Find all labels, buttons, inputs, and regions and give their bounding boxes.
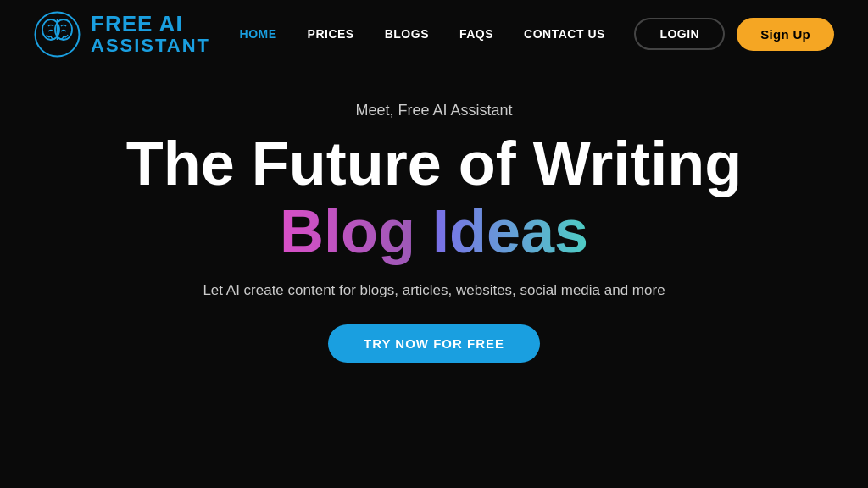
logo: FREE AI ASSISTANT xyxy=(34,11,210,58)
signup-button[interactable]: Sign Up xyxy=(737,18,834,51)
hero-word-blog: Blog xyxy=(280,197,415,265)
nav-item-prices[interactable]: PRICES xyxy=(308,26,354,42)
hero-subtitle: Meet, Free AI Assistant xyxy=(355,102,512,119)
logo-text: FREE AI ASSISTANT xyxy=(91,12,210,57)
nav-buttons: LOGIN Sign Up xyxy=(634,18,834,51)
nav-item-faqs[interactable]: FAQS xyxy=(459,26,493,42)
hero-section: Meet, Free AI Assistant The Future of Wr… xyxy=(0,68,868,388)
nav-link-faqs[interactable]: FAQS xyxy=(459,27,493,41)
hero-title-line2: Blog Ideas xyxy=(280,201,588,262)
navbar: FREE AI ASSISTANT HOME PRICES BLOGS FAQS… xyxy=(0,0,868,68)
hero-word-ideas: Ideas xyxy=(432,197,588,265)
hero-title-line1: The Future of Writing xyxy=(126,133,743,194)
nav-link-blogs[interactable]: BLOGS xyxy=(385,27,429,41)
nav-item-home[interactable]: HOME xyxy=(240,26,277,42)
nav-link-prices[interactable]: PRICES xyxy=(308,27,354,41)
brain-icon xyxy=(34,11,81,58)
nav-link-home[interactable]: HOME xyxy=(240,27,277,41)
nav-item-blogs[interactable]: BLOGS xyxy=(385,26,429,42)
hero-description: Let AI create content for blogs, article… xyxy=(203,282,665,299)
nav-item-contact[interactable]: CONTACT US xyxy=(524,26,605,42)
nav-link-contact[interactable]: CONTACT US xyxy=(524,27,605,41)
logo-line1: FREE AI xyxy=(91,19,183,34)
login-button[interactable]: LOGIN xyxy=(634,18,725,50)
nav-links: HOME PRICES BLOGS FAQS CONTACT US xyxy=(240,26,605,42)
logo-line2: ASSISTANT xyxy=(91,36,210,56)
try-now-button[interactable]: TRY NOW FOR FREE xyxy=(328,324,540,363)
